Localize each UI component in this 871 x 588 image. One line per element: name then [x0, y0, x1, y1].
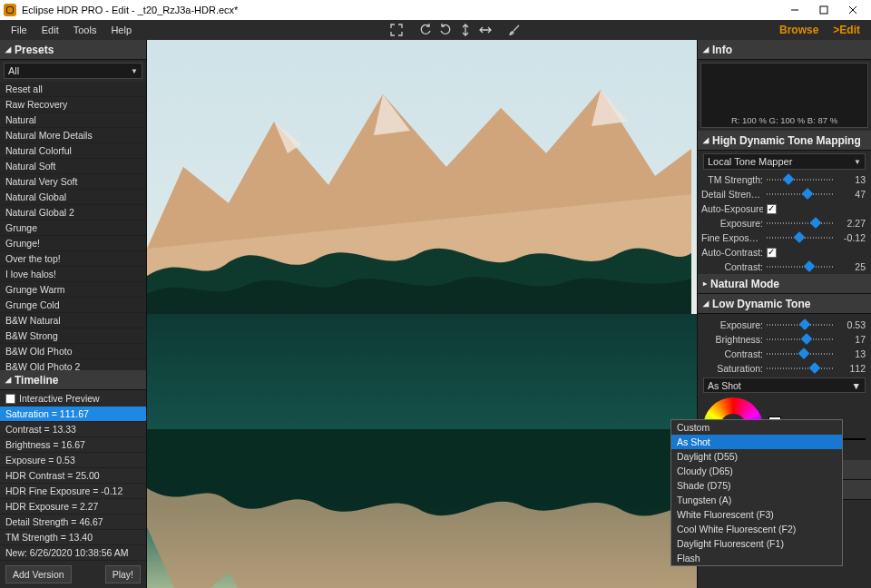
auto-exposure-row: Auto-Exposure: — [698, 201, 871, 216]
white-balance-dropdown[interactable]: CustomAs ShotDaylight (D55)Cloudy (D65)S… — [670, 419, 843, 566]
app-icon — [4, 4, 16, 16]
white-balance-option[interactable]: Tungsten (A) — [671, 493, 842, 507]
timeline-item[interactable]: Brightness = 16.67 — [0, 437, 146, 453]
hdr-contrast-row: Contrast: 25 — [698, 260, 871, 274]
auto-exposure-checkbox[interactable] — [767, 204, 777, 214]
flip-horizontal-icon[interactable] — [475, 20, 495, 40]
timeline-item[interactable]: Saturation = 111.67 — [0, 407, 146, 422]
preset-item[interactable]: Grunge! — [0, 236, 146, 251]
title-bar: Eclipse HDR PRO - Edit - _t20_RzJ3a-HDR.… — [0, 0, 871, 20]
timeline-item[interactable]: Detail Strength = 46.67 — [0, 514, 146, 530]
rotate-right-icon[interactable] — [436, 20, 455, 40]
menu-edit[interactable]: Edit — [34, 22, 66, 38]
timeline-item[interactable]: HDR Fine Exposure = -0.12 — [0, 484, 146, 499]
preset-item[interactable]: B&W Strong — [0, 328, 146, 344]
timeline-item[interactable]: TM Strength = 13.40 — [0, 530, 146, 545]
menu-help[interactable]: Help — [103, 22, 139, 38]
timeline-header[interactable]: ◢Timeline — [0, 370, 146, 390]
preset-item[interactable]: Natural Global 2 — [0, 205, 146, 220]
auto-contrast-checkbox[interactable] — [767, 248, 777, 258]
tm-strength-row: TM Strength: 13 — [698, 172, 871, 187]
ldt-contrast-slider[interactable] — [767, 349, 835, 358]
preset-item[interactable]: Natural Very Soft — [0, 174, 146, 190]
white-balance-option[interactable]: Custom — [671, 420, 842, 435]
add-version-button[interactable]: Add Version — [5, 565, 72, 583]
natural-mode-header[interactable]: ▸Natural Mode — [698, 274, 871, 294]
play-button[interactable]: Play! — [105, 565, 141, 583]
hdr-exposure-slider[interactable] — [767, 219, 835, 228]
detail-strength-row: Detail Strength: 47 — [698, 187, 871, 201]
preset-item[interactable]: B&W Natural — [0, 313, 146, 328]
ldt-saturation-row: Saturation: 112 — [698, 361, 871, 376]
white-balance-option[interactable]: Cool White Fluorescent (F2) — [671, 522, 842, 536]
preset-item[interactable]: Natural More Details — [0, 128, 146, 143]
ldt-contrast-row: Contrast: 13 — [698, 347, 871, 361]
info-header[interactable]: ◢Info — [698, 40, 871, 60]
hdtm-header[interactable]: ◢High Dynamic Tone Mapping — [698, 131, 871, 151]
preset-item[interactable]: Natural Global — [0, 190, 146, 205]
ldt-saturation-slider[interactable] — [767, 364, 835, 373]
preset-item[interactable]: Natural — [0, 113, 146, 128]
preview-image — [147, 40, 697, 588]
fit-screen-icon[interactable] — [387, 20, 406, 40]
menu-file[interactable]: File — [4, 22, 34, 38]
preset-item[interactable]: Raw Recovery — [0, 97, 146, 113]
timeline-title: Timeline — [15, 374, 58, 387]
timeline-item[interactable]: HDR Contrast = 25.00 — [0, 468, 146, 484]
white-balance-select[interactable]: As Shot▼ — [703, 377, 866, 393]
white-balance-option[interactable]: Cloudy (D65) — [671, 464, 842, 478]
preset-list[interactable]: Reset allRaw RecoveryNaturalNatural More… — [0, 82, 146, 370]
ldt-brightness-slider[interactable] — [767, 335, 835, 344]
flip-vertical-icon[interactable] — [455, 20, 475, 40]
hdr-fine-exposure-row: Fine Exposure: -0.12 — [698, 230, 871, 245]
white-balance-option[interactable]: As Shot — [671, 435, 842, 449]
timeline-list: Saturation = 111.67Contrast = 13.33Brigh… — [0, 407, 146, 561]
tone-mapper-select[interactable]: Local Tone Mapper▼ — [703, 153, 866, 170]
timeline-item[interactable]: HDR Exposure = 2.27 — [0, 499, 146, 514]
interactive-preview-toggle[interactable]: Interactive Preview — [0, 390, 146, 407]
preset-item[interactable]: Grunge Warm — [0, 282, 146, 298]
hdr-fine-exposure-slider[interactable] — [767, 233, 835, 242]
presets-header[interactable]: ◢Presets — [0, 40, 146, 60]
preset-item[interactable]: I love halos! — [0, 267, 146, 282]
preset-item[interactable]: B&W Old Photo — [0, 344, 146, 359]
maximize-button[interactable] — [809, 1, 838, 19]
timeline-item[interactable]: Contrast = 13.33 — [0, 422, 146, 437]
close-button[interactable] — [838, 1, 867, 19]
preset-item[interactable]: Over the top! — [0, 251, 146, 267]
preset-item[interactable]: Reset all — [0, 82, 146, 97]
detail-strength-slider[interactable] — [767, 190, 835, 199]
brush-icon[interactable] — [504, 20, 524, 40]
mode-edit[interactable]: >Edit — [826, 21, 867, 39]
ldt-brightness-row: Brightness: 17 — [698, 332, 871, 347]
ldt-exposure-slider[interactable] — [767, 320, 835, 329]
preset-item[interactable]: Natural Colorful — [0, 143, 146, 159]
preset-item[interactable]: B&W Old Photo 2 — [0, 359, 146, 370]
preset-item[interactable]: Grunge Cold — [0, 298, 146, 313]
interactive-preview-checkbox[interactable] — [5, 394, 15, 404]
white-balance-option[interactable]: White Fluorescent (F3) — [671, 507, 842, 522]
minimize-button[interactable] — [780, 1, 809, 19]
mode-browse[interactable]: Browse — [772, 21, 826, 39]
image-viewport[interactable] — [147, 40, 697, 588]
tm-strength-slider[interactable] — [767, 175, 835, 184]
preset-item[interactable]: Natural Soft — [0, 159, 146, 174]
white-balance-option[interactable]: Daylight (D55) — [671, 449, 842, 464]
rotate-left-icon[interactable] — [416, 20, 436, 40]
preset-category-select[interactable]: All▼ — [4, 63, 142, 79]
presets-title: Presets — [15, 44, 54, 56]
preset-item[interactable]: Grunge — [0, 220, 146, 236]
menu-tools[interactable]: Tools — [66, 22, 104, 38]
ldt-header[interactable]: ◢Low Dynamic Tone — [698, 294, 871, 314]
hdr-contrast-slider[interactable] — [767, 262, 835, 271]
left-panel: ◢Presets All▼ Reset allRaw RecoveryNatur… — [0, 40, 147, 588]
white-balance-option[interactable]: Flash — [671, 551, 842, 565]
white-balance-option[interactable]: Daylight Fluorescent (F1) — [671, 536, 842, 551]
auto-contrast-row: Auto-Contrast: — [698, 245, 871, 260]
timeline-item[interactable]: New: 6/26/2020 10:38:56 AM — [0, 545, 146, 561]
white-balance-option[interactable]: Shade (D75) — [671, 478, 842, 493]
svg-rect-1 — [820, 6, 827, 14]
right-panel: ◢Info R: 100 % G: 100 % B: 87 % ◢High Dy… — [697, 40, 871, 588]
timeline-item[interactable]: Exposure = 0.53 — [0, 453, 146, 468]
window-title: Eclipse HDR PRO - Edit - _t20_RzJ3a-HDR.… — [22, 5, 780, 15]
